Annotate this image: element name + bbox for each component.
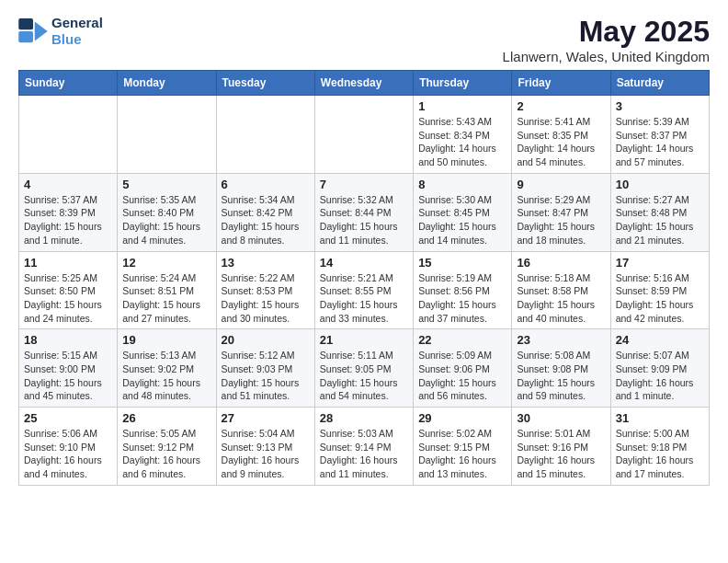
logo: General Blue xyxy=(18,15,103,48)
cell-info: Sunrise: 5:11 AM Sunset: 9:05 PM Dayligh… xyxy=(320,349,408,403)
cell-day-number: 19 xyxy=(122,333,210,347)
calendar-location: Llanwern, Wales, United Kingdom xyxy=(503,49,710,64)
table-cell: 10Sunrise: 5:27 AM Sunset: 8:48 PM Dayli… xyxy=(610,173,709,251)
table-cell xyxy=(216,96,314,174)
table-cell: 23Sunrise: 5:08 AM Sunset: 9:08 PM Dayli… xyxy=(512,329,610,408)
cell-day-number: 9 xyxy=(517,178,605,191)
cell-day-number: 25 xyxy=(24,411,112,425)
cell-day-number: 20 xyxy=(222,333,310,347)
cell-day-number: 8 xyxy=(418,178,506,191)
cell-day-number: 7 xyxy=(320,178,408,191)
table-cell: 3Sunrise: 5:39 AM Sunset: 8:37 PM Daylig… xyxy=(610,96,709,174)
table-cell: 1Sunrise: 5:43 AM Sunset: 8:34 PM Daylig… xyxy=(414,96,512,174)
header: General Blue May 2025 Llanwern, Wales, U… xyxy=(18,15,710,64)
table-cell: 17Sunrise: 5:16 AM Sunset: 8:59 PM Dayli… xyxy=(610,251,709,329)
calendar-table: Sunday Monday Tuesday Wednesday Thursday… xyxy=(18,70,710,486)
cell-info: Sunrise: 5:21 AM Sunset: 8:55 PM Dayligh… xyxy=(320,271,408,326)
header-thursday: Thursday xyxy=(414,71,512,96)
cell-info: Sunrise: 5:34 AM Sunset: 8:42 PM Dayligh… xyxy=(222,193,310,247)
cell-info: Sunrise: 5:25 AM Sunset: 8:50 PM Dayligh… xyxy=(24,271,112,326)
header-monday: Monday xyxy=(118,71,216,96)
cell-day-number: 16 xyxy=(517,256,605,270)
table-cell: 5Sunrise: 5:35 AM Sunset: 8:40 PM Daylig… xyxy=(118,173,216,251)
cell-info: Sunrise: 5:05 AM Sunset: 9:12 PM Dayligh… xyxy=(122,427,210,481)
calendar-title: May 2025 xyxy=(503,15,710,49)
cell-info: Sunrise: 5:19 AM Sunset: 8:56 PM Dayligh… xyxy=(418,271,506,326)
table-cell: 15Sunrise: 5:19 AM Sunset: 8:56 PM Dayli… xyxy=(414,251,512,329)
cell-info: Sunrise: 5:30 AM Sunset: 8:45 PM Dayligh… xyxy=(418,193,506,247)
table-cell xyxy=(19,96,118,174)
svg-rect-1 xyxy=(18,31,33,42)
cell-info: Sunrise: 5:02 AM Sunset: 9:15 PM Dayligh… xyxy=(418,427,506,481)
cell-info: Sunrise: 5:13 AM Sunset: 9:02 PM Dayligh… xyxy=(122,349,210,403)
cell-day-number: 21 xyxy=(320,333,408,347)
header-wednesday: Wednesday xyxy=(314,71,413,96)
table-cell xyxy=(118,96,216,174)
cell-day-number: 23 xyxy=(517,333,605,347)
cell-day-number: 29 xyxy=(418,411,506,425)
title-block: May 2025 Llanwern, Wales, United Kingdom xyxy=(503,15,710,64)
cell-day-number: 17 xyxy=(616,256,704,270)
table-cell: 28Sunrise: 5:03 AM Sunset: 9:14 PM Dayli… xyxy=(314,408,413,486)
table-cell: 2Sunrise: 5:41 AM Sunset: 8:35 PM Daylig… xyxy=(512,96,610,174)
page: General Blue May 2025 Llanwern, Wales, U… xyxy=(0,0,728,500)
table-cell xyxy=(314,96,413,174)
header-saturday: Saturday xyxy=(610,71,709,96)
cell-info: Sunrise: 5:43 AM Sunset: 8:34 PM Dayligh… xyxy=(418,115,506,169)
cell-info: Sunrise: 5:03 AM Sunset: 9:14 PM Dayligh… xyxy=(320,427,408,481)
cell-day-number: 22 xyxy=(418,333,506,347)
cell-day-number: 2 xyxy=(517,99,605,113)
cell-info: Sunrise: 5:09 AM Sunset: 9:06 PM Dayligh… xyxy=(418,349,506,403)
table-cell: 8Sunrise: 5:30 AM Sunset: 8:45 PM Daylig… xyxy=(414,173,512,251)
table-cell: 20Sunrise: 5:12 AM Sunset: 9:03 PM Dayli… xyxy=(216,329,314,408)
table-cell: 14Sunrise: 5:21 AM Sunset: 8:55 PM Dayli… xyxy=(314,251,413,329)
table-cell: 11Sunrise: 5:25 AM Sunset: 8:50 PM Dayli… xyxy=(19,251,118,329)
cell-info: Sunrise: 5:18 AM Sunset: 8:58 PM Dayligh… xyxy=(517,271,605,326)
table-cell: 31Sunrise: 5:00 AM Sunset: 9:18 PM Dayli… xyxy=(610,408,709,486)
cell-day-number: 28 xyxy=(320,411,408,425)
table-cell: 25Sunrise: 5:06 AM Sunset: 9:10 PM Dayli… xyxy=(19,408,118,486)
table-cell: 24Sunrise: 5:07 AM Sunset: 9:09 PM Dayli… xyxy=(610,329,709,408)
svg-rect-0 xyxy=(18,18,33,29)
cell-info: Sunrise: 5:15 AM Sunset: 9:00 PM Dayligh… xyxy=(24,349,112,403)
cell-info: Sunrise: 5:01 AM Sunset: 9:16 PM Dayligh… xyxy=(517,427,605,481)
cell-info: Sunrise: 5:24 AM Sunset: 8:51 PM Dayligh… xyxy=(122,271,210,326)
table-cell: 26Sunrise: 5:05 AM Sunset: 9:12 PM Dayli… xyxy=(118,408,216,486)
weekday-header-row: Sunday Monday Tuesday Wednesday Thursday… xyxy=(19,71,710,96)
cell-day-number: 6 xyxy=(222,178,310,191)
week-row-3: 11Sunrise: 5:25 AM Sunset: 8:50 PM Dayli… xyxy=(19,251,710,329)
week-row-4: 18Sunrise: 5:15 AM Sunset: 9:00 PM Dayli… xyxy=(19,329,710,408)
table-cell: 16Sunrise: 5:18 AM Sunset: 8:58 PM Dayli… xyxy=(512,251,610,329)
table-cell: 12Sunrise: 5:24 AM Sunset: 8:51 PM Dayli… xyxy=(118,251,216,329)
cell-day-number: 27 xyxy=(222,411,310,425)
header-tuesday: Tuesday xyxy=(216,71,314,96)
week-row-1: 1Sunrise: 5:43 AM Sunset: 8:34 PM Daylig… xyxy=(19,96,710,174)
table-cell: 13Sunrise: 5:22 AM Sunset: 8:53 PM Dayli… xyxy=(216,251,314,329)
logo-icon xyxy=(18,18,48,44)
cell-day-number: 10 xyxy=(616,178,704,191)
header-sunday: Sunday xyxy=(19,71,118,96)
cell-info: Sunrise: 5:37 AM Sunset: 8:39 PM Dayligh… xyxy=(24,193,112,247)
cell-info: Sunrise: 5:07 AM Sunset: 9:09 PM Dayligh… xyxy=(616,349,704,403)
cell-day-number: 14 xyxy=(320,256,408,270)
table-cell: 18Sunrise: 5:15 AM Sunset: 9:00 PM Dayli… xyxy=(19,329,118,408)
cell-day-number: 31 xyxy=(616,411,704,425)
svg-marker-2 xyxy=(35,22,48,41)
cell-day-number: 11 xyxy=(24,256,112,270)
cell-day-number: 1 xyxy=(418,99,506,113)
table-cell: 29Sunrise: 5:02 AM Sunset: 9:15 PM Dayli… xyxy=(414,408,512,486)
cell-info: Sunrise: 5:35 AM Sunset: 8:40 PM Dayligh… xyxy=(122,193,210,247)
week-row-2: 4Sunrise: 5:37 AM Sunset: 8:39 PM Daylig… xyxy=(19,173,710,251)
cell-day-number: 5 xyxy=(122,178,210,191)
cell-info: Sunrise: 5:29 AM Sunset: 8:47 PM Dayligh… xyxy=(517,193,605,247)
cell-day-number: 13 xyxy=(222,256,310,270)
table-cell: 21Sunrise: 5:11 AM Sunset: 9:05 PM Dayli… xyxy=(314,329,413,408)
logo-line2: Blue xyxy=(51,31,103,48)
cell-day-number: 15 xyxy=(418,256,506,270)
cell-info: Sunrise: 5:16 AM Sunset: 8:59 PM Dayligh… xyxy=(616,271,704,326)
cell-info: Sunrise: 5:04 AM Sunset: 9:13 PM Dayligh… xyxy=(222,427,310,481)
cell-info: Sunrise: 5:41 AM Sunset: 8:35 PM Dayligh… xyxy=(517,115,605,169)
cell-day-number: 26 xyxy=(122,411,210,425)
cell-info: Sunrise: 5:22 AM Sunset: 8:53 PM Dayligh… xyxy=(222,271,310,326)
cell-info: Sunrise: 5:08 AM Sunset: 9:08 PM Dayligh… xyxy=(517,349,605,403)
